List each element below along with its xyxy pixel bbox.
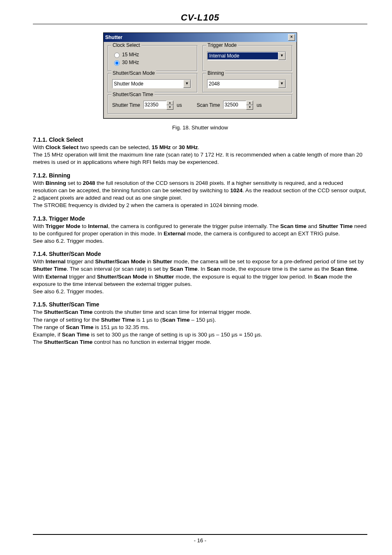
shutter-time-spin[interactable]: ▲▼	[143, 101, 173, 110]
shutter-time-unit: us	[177, 102, 182, 108]
footer-rule	[33, 534, 367, 535]
spin-up-icon[interactable]: ▲	[166, 101, 173, 105]
figure-caption: Fig. 18. Shutter window	[33, 124, 367, 131]
body-text: With Internal trigger and Shutter/Scan M…	[33, 258, 367, 295]
clock-select-group: Clock Select 15 MHz 30 MHz	[108, 45, 198, 71]
titlebar: Shutter ×	[104, 33, 297, 42]
section-head-trigger-mode: 7.1.3. Trigger Mode	[33, 215, 367, 222]
binning-value: 2048	[208, 81, 278, 87]
spin-up-icon[interactable]: ▲	[246, 101, 253, 105]
section-head-clock-select: 7.1.1. Clock Select	[33, 136, 367, 143]
header-rule	[33, 24, 367, 24]
trigger-mode-legend: Trigger Mode	[206, 42, 238, 48]
radio-30mhz[interactable]: 30 MHz	[112, 59, 139, 66]
chevron-down-icon[interactable]: ▼	[278, 52, 286, 60]
section-head-shutter-scan-mode: 7.1.4. Shutter/Scan Mode	[33, 251, 367, 257]
shutter-scan-mode-value: Shutter Mode	[113, 81, 183, 87]
body-text: With Clock Select two speeds can be sele…	[33, 144, 367, 166]
chevron-down-icon[interactable]: ▼	[278, 80, 286, 88]
trigger-mode-combo[interactable]: Internal Mode ▼	[207, 51, 286, 60]
spin-down-icon[interactable]: ▼	[246, 105, 253, 110]
body-text: The Shutter/Scan Time controls the shutt…	[33, 309, 367, 346]
scan-time-unit: us	[256, 102, 262, 108]
close-icon[interactable]: ×	[288, 34, 295, 41]
dialog-title: Shutter	[105, 35, 122, 40]
section-head-shutter-scan-time: 7.1.5. Shutter/Scan Time	[33, 301, 367, 308]
scan-time-label: Scan Time	[197, 102, 220, 108]
shutter-time-label: Shutter Time	[112, 102, 140, 108]
shutter-scan-mode-group: Shutter/Scan Mode Shutter Mode ▼	[108, 73, 198, 93]
page-number: - 16 -	[33, 537, 367, 543]
shutter-scan-mode-combo[interactable]: Shutter Mode ▼	[112, 79, 191, 88]
binning-legend: Binning	[206, 70, 225, 76]
radio-15mhz[interactable]: 15 MHz	[112, 51, 139, 58]
page-header: CV-L105	[33, 12, 367, 23]
trigger-mode-value: Internal Mode	[208, 52, 278, 60]
body-text: With Trigger Mode to Internal, the camer…	[33, 223, 367, 245]
shutter-scan-time-group: Shutter/Scan Time Shutter Time ▲▼ us Sca…	[108, 94, 293, 114]
binning-combo[interactable]: 2048 ▼	[207, 79, 286, 88]
shutter-dialog: Shutter × Clock Select 15 MHz 30 MHz Tri…	[103, 32, 297, 119]
clock-select-legend: Clock Select	[111, 42, 141, 48]
body-text: With Binning set to 2048 the full resolu…	[33, 180, 367, 210]
radio-30mhz-label: 30 MHz	[122, 60, 139, 65]
spin-down-icon[interactable]: ▼	[166, 105, 173, 110]
scan-time-field[interactable]	[223, 101, 246, 109]
chevron-down-icon[interactable]: ▼	[183, 80, 191, 88]
radio-15mhz-label: 15 MHz	[122, 52, 139, 58]
page-footer: - 16 -	[33, 532, 367, 544]
section-head-binning: 7.1.2. Binning	[33, 172, 367, 179]
shutter-scan-mode-legend: Shutter/Scan Mode	[111, 70, 156, 76]
shutter-scan-time-legend: Shutter/Scan Time	[111, 92, 154, 97]
binning-group: Binning 2048 ▼	[203, 73, 293, 93]
shutter-time-field[interactable]	[143, 101, 166, 109]
scan-time-spin[interactable]: ▲▼	[223, 101, 253, 110]
trigger-mode-group: Trigger Mode Internal Mode ▼	[203, 45, 293, 71]
